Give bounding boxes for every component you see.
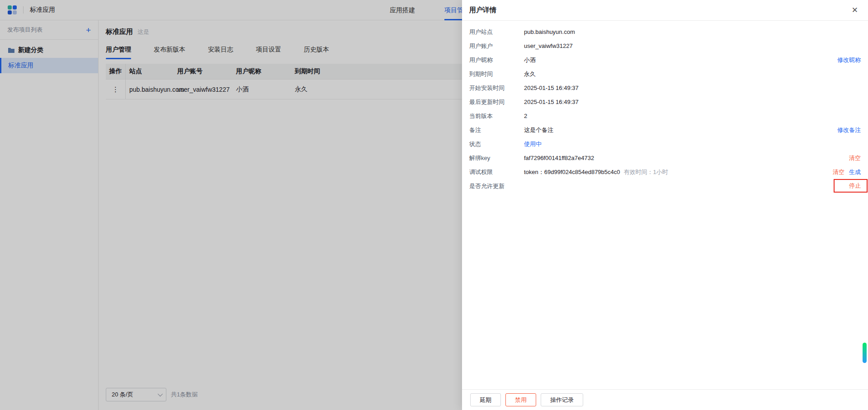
edit-remark-link[interactable]: 修改备注 xyxy=(837,126,861,134)
user-detail-drawer: 用户详情 ✕ 用户站点 pub.baishuyun.com 用户账户 user_… xyxy=(462,0,868,410)
field-row-nickname: 用户昵称 小酒 修改昵称 xyxy=(469,53,861,67)
field-value: 2 xyxy=(524,113,527,119)
field-value: 永久 xyxy=(524,70,536,78)
field-label: 解绑key xyxy=(469,154,524,162)
field-label: 备注 xyxy=(469,126,524,134)
field-label: 用户昵称 xyxy=(469,56,524,64)
field-value: user_vaiwfw31227 xyxy=(524,42,573,49)
drawer-footer: 延期 禁用 操作记录 xyxy=(462,389,868,410)
field-value: faf7296f00141ff82a7e4732 xyxy=(524,155,594,161)
field-row-user-account: 用户账户 user_vaiwfw31227 xyxy=(469,39,861,53)
operation-records-button[interactable]: 操作记录 xyxy=(541,393,583,406)
field-row-status: 状态 使用中 xyxy=(469,137,861,151)
field-row-expiry: 到期时间 永久 xyxy=(469,67,861,81)
disable-button[interactable]: 禁用 xyxy=(505,393,536,406)
field-row-update-time: 最后更新时间 2025-01-15 16:49:37 xyxy=(469,95,861,109)
stop-annotation-box: 停止 xyxy=(834,179,868,193)
app-root: 标准应用 应用搭建 项目管理 发布项目列表 + 新建分类 标准应用 标准应用 这… xyxy=(0,0,868,410)
field-row-current-version: 当前版本 2 xyxy=(469,109,861,123)
field-row-debug-permission: 调试权限 token：69d99f024c854ed879b5c4c0 有效时间… xyxy=(469,165,861,179)
clear-key-link[interactable]: 清空 xyxy=(849,154,861,162)
field-row-unbind-key: 解绑key faf7296f00141ff82a7e4732 清空 xyxy=(469,151,861,165)
field-label: 调试权限 xyxy=(469,168,524,176)
clear-token-link[interactable]: 清空 xyxy=(833,168,844,176)
field-value: 2025-01-15 16:49:37 xyxy=(524,85,579,91)
generate-token-link[interactable]: 生成 xyxy=(849,168,861,176)
field-value: pub.baishuyun.com xyxy=(524,28,575,35)
field-label: 状态 xyxy=(469,140,524,148)
status-value[interactable]: 使用中 xyxy=(524,140,542,148)
field-label: 用户站点 xyxy=(469,28,524,36)
extend-button[interactable]: 延期 xyxy=(470,393,501,406)
field-row-allow-update: 是否允许更新 停止 xyxy=(469,179,861,193)
stop-update-link[interactable]: 停止 xyxy=(849,182,861,190)
edit-nickname-link[interactable]: 修改昵称 xyxy=(837,56,861,64)
close-icon[interactable]: ✕ xyxy=(852,6,858,14)
field-label: 到期时间 xyxy=(469,70,524,78)
field-label: 开始安装时间 xyxy=(469,84,524,92)
drawer-title: 用户详情 xyxy=(469,6,496,14)
field-value: 小酒 xyxy=(524,56,536,64)
field-row-user-site: 用户站点 pub.baishuyun.com xyxy=(469,25,861,39)
field-value: 这是个备注 xyxy=(524,126,553,134)
field-label: 当前版本 xyxy=(469,112,524,120)
field-label: 是否允许更新 xyxy=(469,182,524,190)
token-value: token：69d99f024c854ed879b5c4c0 xyxy=(524,168,620,176)
drawer-body: 用户站点 pub.baishuyun.com 用户账户 user_vaiwfw3… xyxy=(462,21,868,193)
field-value: 2025-01-15 16:49:37 xyxy=(524,99,579,105)
drawer-header: 用户详情 ✕ xyxy=(462,0,868,21)
token-validity-note: 有效时间：1小时 xyxy=(624,168,668,176)
helper-handle[interactable] xyxy=(863,343,867,363)
field-label: 最后更新时间 xyxy=(469,98,524,106)
field-label: 用户账户 xyxy=(469,42,524,50)
field-row-remark: 备注 这是个备注 修改备注 xyxy=(469,123,861,137)
field-row-install-time: 开始安装时间 2025-01-15 16:49:37 xyxy=(469,81,861,95)
